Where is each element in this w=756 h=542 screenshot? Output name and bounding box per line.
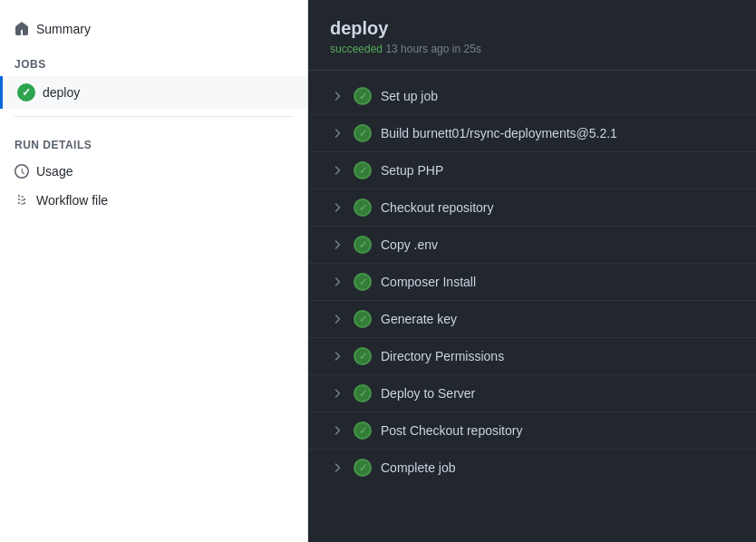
deploy-meta: succeeded 13 hours ago in 25s bbox=[330, 43, 734, 55]
step-label: Build burnett01/rsync-deployments@5.2.1 bbox=[381, 126, 617, 140]
chevron-right-icon bbox=[330, 460, 344, 475]
step-item[interactable]: Generate key bbox=[308, 301, 756, 338]
sidebar: Summary Jobs deploy Run details Usage Wo… bbox=[0, 0, 308, 542]
step-label: Setup PHP bbox=[381, 163, 443, 178]
step-success-icon bbox=[354, 161, 372, 179]
step-item[interactable]: Copy .env bbox=[308, 227, 756, 264]
deploy-header: deploy succeeded 13 hours ago in 25s bbox=[308, 0, 756, 71]
chevron-right-icon bbox=[330, 386, 344, 401]
run-details-section-label: Run details bbox=[0, 124, 307, 157]
step-success-icon bbox=[354, 459, 372, 477]
step-label: Checkout repository bbox=[381, 200, 494, 215]
sidebar-summary-link[interactable]: Summary bbox=[0, 15, 307, 44]
chevron-right-icon bbox=[330, 275, 344, 289]
step-item[interactable]: Checkout repository bbox=[308, 189, 756, 227]
step-item[interactable]: Build burnett01/rsync-deployments@5.2.1 bbox=[308, 115, 756, 152]
step-item[interactable]: Composer Install bbox=[308, 264, 756, 301]
step-item[interactable]: Directory Permissions bbox=[308, 338, 756, 375]
steps-list: Set up job Build burnett01/rsync-deploym… bbox=[308, 71, 756, 493]
step-item[interactable]: Deploy to Server bbox=[308, 375, 756, 412]
sidebar-workflow-file-link[interactable]: Workflow file bbox=[0, 186, 307, 215]
sidebar-job-deploy[interactable]: deploy bbox=[0, 76, 307, 109]
sidebar-summary-label: Summary bbox=[36, 22, 91, 36]
step-label: Copy .env bbox=[381, 237, 438, 252]
clock-icon bbox=[15, 164, 29, 179]
main-content: deploy succeeded 13 hours ago in 25s Set… bbox=[308, 0, 756, 542]
step-success-icon bbox=[354, 87, 372, 105]
chevron-right-icon bbox=[330, 163, 344, 178]
step-item[interactable]: Complete job bbox=[308, 450, 756, 486]
step-label: Directory Permissions bbox=[381, 349, 504, 363]
step-label: Set up job bbox=[381, 89, 438, 103]
chevron-right-icon bbox=[330, 312, 344, 326]
step-label: Post Checkout repository bbox=[381, 423, 522, 438]
step-success-icon bbox=[354, 310, 372, 328]
step-success-icon bbox=[354, 198, 372, 217]
step-success-icon bbox=[354, 124, 372, 142]
step-item[interactable]: Setup PHP bbox=[308, 152, 756, 189]
chevron-right-icon bbox=[330, 126, 344, 140]
step-item[interactable]: Post Checkout repository bbox=[308, 412, 756, 450]
sidebar-usage-label: Usage bbox=[36, 164, 73, 179]
step-success-icon bbox=[354, 421, 372, 440]
chevron-right-icon bbox=[330, 237, 344, 252]
sidebar-usage-link[interactable]: Usage bbox=[0, 157, 307, 186]
step-label: Generate key bbox=[381, 312, 457, 326]
home-icon bbox=[15, 22, 29, 36]
deploy-time: 13 hours ago in 25s bbox=[385, 43, 480, 55]
sidebar-divider bbox=[15, 116, 293, 117]
step-label: Deploy to Server bbox=[381, 386, 475, 401]
chevron-right-icon bbox=[330, 349, 344, 363]
step-success-icon bbox=[354, 384, 372, 402]
chevron-right-icon bbox=[330, 89, 344, 103]
step-success-icon bbox=[354, 347, 372, 365]
step-label: Complete job bbox=[381, 460, 456, 475]
chevron-right-icon bbox=[330, 423, 344, 438]
chevron-right-icon bbox=[330, 200, 344, 215]
workflow-file-icon bbox=[15, 193, 29, 208]
deploy-job-label: deploy bbox=[43, 85, 80, 100]
step-success-icon bbox=[354, 273, 372, 291]
sidebar-workflow-file-label: Workflow file bbox=[36, 193, 108, 208]
deploy-title: deploy bbox=[330, 18, 734, 39]
step-success-icon bbox=[354, 236, 372, 254]
step-label: Composer Install bbox=[381, 275, 476, 289]
deploy-status: succeeded bbox=[330, 43, 383, 55]
step-item[interactable]: Set up job bbox=[308, 78, 756, 115]
jobs-section-label: Jobs bbox=[0, 44, 307, 76]
deploy-success-icon bbox=[17, 83, 35, 102]
